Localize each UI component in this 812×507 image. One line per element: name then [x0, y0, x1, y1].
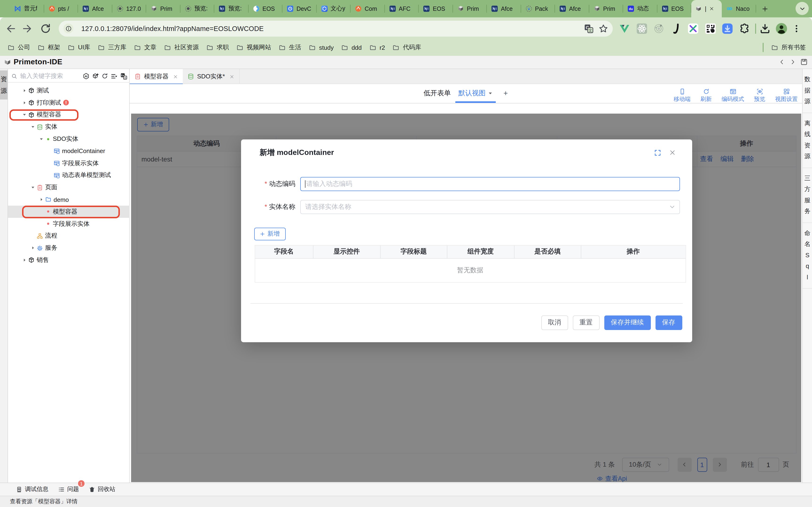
browser-tab[interactable]: Com: [351, 0, 385, 17]
tree-item-销售[interactable]: 销售: [8, 254, 130, 266]
browser-tab[interactable]: Prim: [146, 0, 180, 17]
rail-tab-resources[interactable]: 资 源: [0, 70, 7, 99]
browser-tab[interactable]: 文心y: [316, 0, 351, 17]
bluedl-extension-icon[interactable]: [722, 23, 733, 34]
browser-tab[interactable]: AFC: [385, 0, 419, 17]
bottom-item-问题[interactable]: 问题1: [58, 486, 79, 493]
new-box-icon[interactable]: [92, 73, 99, 79]
history-back-icon[interactable]: [779, 59, 785, 65]
button-取消[interactable]: 取消: [541, 315, 568, 330]
xext-extension-icon[interactable]: [688, 23, 699, 34]
bookmark-folder[interactable]: 视频网站: [236, 44, 271, 52]
tree-item-字段展示实体[interactable]: 字段展示实体: [8, 157, 130, 169]
editor-tab-模型容器[interactable]: 模型容器: [130, 69, 183, 84]
translate-toggle-icon[interactable]: En文: [120, 73, 127, 80]
sort-list-icon[interactable]: [110, 73, 117, 80]
caret-right-icon[interactable]: [22, 258, 27, 263]
tab-search-chevron-icon[interactable]: [796, 2, 809, 15]
toolbar-action-刷新[interactable]: 刷新: [700, 88, 712, 102]
browser-tab[interactable]: Pack: [521, 0, 555, 17]
fullscreen-icon[interactable]: [654, 149, 661, 156]
caret-down-icon[interactable]: [39, 136, 44, 141]
tree-item-动态表单模型测试[interactable]: 动态表单模型测试: [8, 169, 130, 181]
add-view-button[interactable]: +: [504, 89, 508, 98]
reload-icon[interactable]: [40, 23, 51, 34]
bottom-item-回收站[interactable]: 回收站: [89, 486, 115, 493]
browser-tab[interactable]: EOS: [657, 0, 691, 17]
orbit-extension-icon[interactable]: [653, 23, 664, 34]
rail-tab-三方服务[interactable]: 三 方 服 务: [802, 168, 812, 223]
bookmark-folder[interactable]: 三方库: [98, 44, 126, 52]
rail-tab-离线资源[interactable]: 离 线 资 源: [802, 113, 812, 168]
bookmark-star-icon[interactable]: [598, 23, 609, 34]
tab-close-icon[interactable]: [709, 6, 714, 11]
browser-tab[interactable]: Afce: [555, 0, 589, 17]
back-icon[interactable]: [5, 23, 16, 34]
tree-item-SDO实体[interactable]: SDO实体: [8, 133, 130, 145]
tree-item-打印测试[interactable]: 打印测试: [8, 97, 130, 109]
view-tab-default[interactable]: 默认视图: [458, 84, 493, 103]
editor-tab-SDO实体[interactable]: SDO实体*: [183, 69, 240, 84]
browser-tab[interactable]: Prim: [589, 0, 623, 17]
caret-down-icon[interactable]: [30, 125, 35, 129]
new-tab-button[interactable]: [759, 3, 771, 15]
browser-tab[interactable]: pts /: [44, 0, 78, 17]
dynamic-code-input[interactable]: 请输入动态编码: [300, 177, 680, 191]
history-forward-icon[interactable]: [790, 59, 796, 65]
bottom-item-调试信息[interactable]: 调试信息: [16, 486, 48, 493]
tab-close-icon[interactable]: [229, 74, 234, 79]
ai-icon[interactable]: AI: [83, 73, 89, 79]
all-bookmarks-label[interactable]: 所有书签: [781, 44, 806, 52]
downloads-icon[interactable]: [759, 22, 771, 35]
button-重置[interactable]: 重置: [572, 315, 599, 330]
tab-close-icon[interactable]: [173, 74, 178, 79]
close-icon[interactable]: [669, 149, 676, 156]
tree-item-测试[interactable]: 测试: [8, 84, 130, 97]
browser-tab[interactable]: Naco: [722, 0, 756, 17]
bookmark-folder[interactable]: 公司: [7, 44, 30, 52]
tree-item-流程[interactable]: 流程: [8, 230, 130, 242]
toolbar-action-预览[interactable]: 预览: [754, 88, 765, 102]
tree-item-modelContainer[interactable]: modelContainer: [8, 145, 130, 157]
all-bookmarks[interactable]: 所有书签: [763, 43, 812, 52]
bookmark-folder[interactable]: r2: [369, 44, 385, 51]
form-tab-label[interactable]: 低开表单: [424, 89, 451, 98]
address-bar[interactable]: 127.0.0.1:28079/ide/index.html?appName=E…: [59, 20, 613, 36]
bookmark-folder[interactable]: 社区资源: [164, 44, 199, 52]
entity-name-select[interactable]: 请选择实体名称: [300, 200, 680, 214]
primary-button-保存[interactable]: 保存: [655, 315, 682, 330]
view-dropdown-caret-icon[interactable]: [488, 91, 493, 96]
browser-tab[interactable]: EOS: [248, 0, 283, 17]
bookmark-folder[interactable]: 生活: [278, 44, 301, 52]
jlogo-extension-icon[interactable]: [670, 23, 681, 34]
toolbar-action-移动端[interactable]: 移动端: [674, 88, 691, 102]
bookmark-folder[interactable]: ddd: [341, 44, 362, 51]
profile-avatar[interactable]: [775, 22, 787, 35]
browser-tab[interactable]: 预览:: [214, 0, 248, 17]
rail-tab-命名Sql[interactable]: 命 名 S q l: [802, 223, 812, 289]
caret-right-icon[interactable]: [30, 246, 35, 250]
primary-button-保存并继续[interactable]: 保存并继续: [604, 315, 651, 330]
translate-icon[interactable]: G文: [583, 23, 594, 34]
url-text[interactable]: 127.0.0.1:28079/ide/index.html?appName=E…: [81, 25, 583, 32]
tree-item-demo[interactable]: demo: [8, 193, 130, 206]
bookmark-folder[interactable]: study: [309, 44, 334, 51]
add-field-button[interactable]: 新增: [254, 227, 286, 240]
save-icon[interactable]: [800, 58, 808, 66]
caret-down-icon[interactable]: [30, 185, 35, 190]
caret-right-icon[interactable]: [22, 88, 27, 93]
browser-tab[interactable]: 预览:: [180, 0, 214, 17]
browser-tab[interactable]: DevC: [283, 0, 316, 17]
bookmark-folder[interactable]: 代码库: [393, 44, 421, 52]
forward-icon[interactable]: [21, 23, 33, 34]
browser-tab[interactable]: Afce: [487, 0, 521, 17]
browser-tab[interactable]: du动态: [623, 0, 657, 17]
qr-extension-icon[interactable]: [705, 23, 716, 34]
browser-tab[interactable]: 普元f: [10, 0, 44, 17]
browser-tab[interactable]: EOS: [419, 0, 453, 17]
caret-right-icon[interactable]: [22, 100, 27, 105]
toolbar-action-视图设置[interactable]: 视图设置: [775, 88, 798, 102]
bookmark-folder[interactable]: 求职: [206, 44, 229, 52]
refresh-icon[interactable]: [101, 73, 108, 79]
bookmark-folder[interactable]: 文章: [134, 44, 156, 52]
